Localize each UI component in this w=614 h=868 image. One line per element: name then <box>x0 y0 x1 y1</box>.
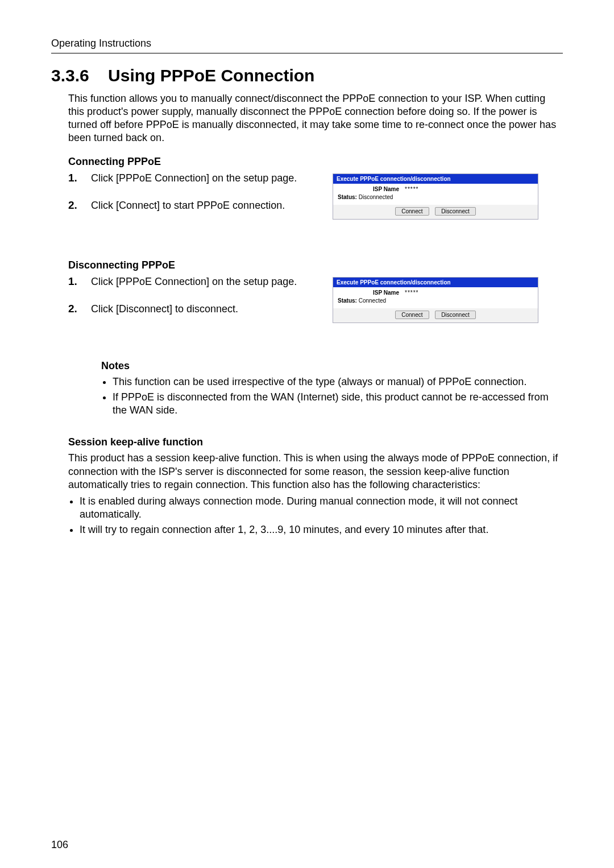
panel-button-row: Connect Disconnect <box>333 205 538 219</box>
panel-title: Execute PPPoE connection/disconnection <box>333 174 538 184</box>
status-line: Status: Disconnected <box>338 194 534 200</box>
status-label: Status: <box>338 194 357 200</box>
section-number: 3.3.6 <box>51 66 89 85</box>
connect-button[interactable]: Connect <box>395 207 429 216</box>
isp-name-value: ***** <box>405 290 534 296</box>
step-text: Click [Connect] to start PPPoE connectio… <box>91 199 285 212</box>
keepalive-text: This product has a session keep-alive fu… <box>68 452 563 491</box>
connecting-block: 1.Click [PPPoE Connection] on the setup … <box>51 171 563 226</box>
panel-body: ISP Name ***** Status: Disconnected <box>333 184 538 205</box>
status-label: Status: <box>338 297 357 304</box>
status-value: Connected <box>359 297 386 304</box>
pppoe-panel-disconnected: Execute PPPoE connection/disconnection I… <box>333 173 538 220</box>
status-value: Disconnected <box>359 194 393 200</box>
step-number: 2. <box>68 199 81 212</box>
step-text: Click [PPPoE Connection] on the setup pa… <box>91 172 297 185</box>
step-text: Click [Disconnect] to disconnect. <box>91 303 238 316</box>
header-rule <box>51 53 563 53</box>
keepalive-heading: Session keep-alive function <box>68 436 563 448</box>
panel-title: Execute PPPoE connection/disconnection <box>333 278 538 287</box>
step-number: 2. <box>68 302 81 316</box>
isp-name-label: ISP Name <box>337 290 405 296</box>
list-item: This function can be used irrespective o… <box>113 375 563 388</box>
connect-button[interactable]: Connect <box>395 311 429 319</box>
section-heading: 3.3.6 Using PPPoE Connection <box>51 66 563 85</box>
disconnecting-steps: 1.Click [PPPoE Connection] on the setup … <box>68 275 333 316</box>
list-item: 1.Click [PPPoE Connection] on the setup … <box>68 275 333 288</box>
panel-body: ISP Name ***** Status: Connected <box>333 287 538 308</box>
step-number: 1. <box>68 171 81 185</box>
connecting-heading: Connecting PPPoE <box>68 156 563 168</box>
section-title: Using PPPoE Connection <box>108 66 314 85</box>
step-number: 1. <box>68 275 81 288</box>
isp-name-label: ISP Name <box>337 186 405 192</box>
disconnecting-heading: Disconnecting PPPoE <box>68 259 563 271</box>
keepalive-list: It is enabled during always connection m… <box>68 495 563 536</box>
notes-heading: Notes <box>101 360 563 372</box>
list-item: It will try to regain connection after 1… <box>80 523 563 536</box>
connecting-steps: 1.Click [PPPoE Connection] on the setup … <box>68 171 333 213</box>
isp-name-value: ***** <box>405 186 534 192</box>
pppoe-panel-connected: Execute PPPoE connection/disconnection I… <box>333 277 538 323</box>
list-item: It is enabled during always connection m… <box>80 495 563 521</box>
disconnect-button[interactable]: Disconnect <box>435 207 475 216</box>
page-number: 106 <box>51 839 68 851</box>
panel-button-row: Connect Disconnect <box>333 308 538 323</box>
list-item: 2.Click [Connect] to start PPPoE connect… <box>68 199 333 212</box>
list-item: 1.Click [PPPoE Connection] on the setup … <box>68 171 333 185</box>
document-page: Operating Instructions 3.3.6 Using PPPoE… <box>0 0 614 868</box>
running-header: Operating Instructions <box>51 38 563 49</box>
notes-list: This function can be used irrespective o… <box>101 375 563 417</box>
step-text: Click [PPPoE Connection] on the setup pa… <box>91 275 297 288</box>
list-item: 2.Click [Disconnect] to disconnect. <box>68 302 333 316</box>
status-line: Status: Connected <box>338 297 534 304</box>
disconnect-button[interactable]: Disconnect <box>435 311 475 319</box>
disconnecting-block: 1.Click [PPPoE Connection] on the setup … <box>51 275 563 330</box>
intro-paragraph: This function allows you to manually con… <box>68 92 563 144</box>
list-item: If PPPoE is disconnected from the WAN (I… <box>113 391 563 417</box>
